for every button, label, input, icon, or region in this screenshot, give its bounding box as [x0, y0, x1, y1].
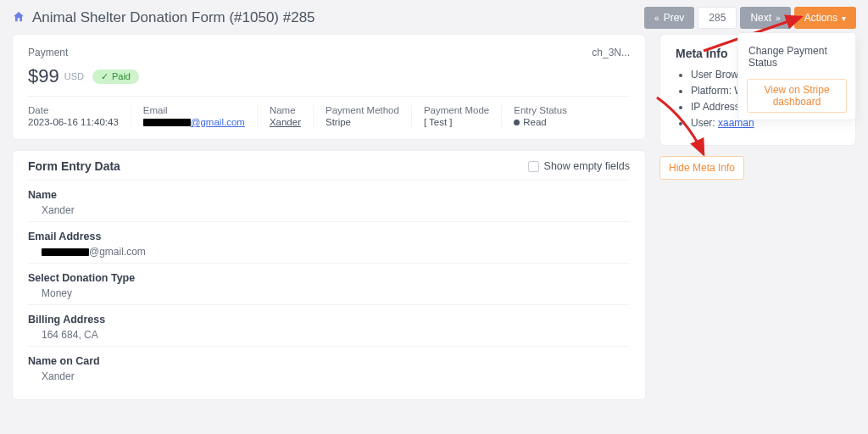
check-icon: ✓	[101, 71, 108, 82]
entry-value: 164 684, CA	[28, 329, 630, 341]
status-value: Read	[514, 117, 567, 127]
entry-label: Name	[28, 189, 630, 201]
entry-row: Select Donation Type Money	[28, 263, 630, 304]
method-label: Payment Method	[326, 105, 399, 115]
entry-email-suffix: @gmail.com	[89, 246, 146, 258]
entry-label: Name on Card	[28, 355, 630, 367]
redacted-text	[42, 248, 89, 256]
hide-meta-button[interactable]: Hide Meta Info	[659, 156, 744, 180]
show-empty-label: Show empty fields	[544, 160, 630, 172]
redacted-text	[143, 119, 191, 126]
method-value: Stripe	[326, 117, 399, 127]
entry-label: Select Donation Type	[28, 272, 630, 284]
show-empty-toggle[interactable]: Show empty fields	[528, 160, 630, 172]
mode-label: Payment Mode	[424, 105, 489, 115]
mode-value: [ Test ]	[424, 117, 489, 127]
actions-button[interactable]: Actions▾	[794, 7, 856, 29]
prev-label: Prev	[664, 12, 685, 24]
date-label: Date	[28, 105, 119, 115]
next-button[interactable]: Next»	[740, 7, 790, 29]
status-label: Entry Status	[514, 105, 567, 115]
date-value: 2023-06-16 11:40:43	[28, 117, 119, 127]
actions-dropdown: Change Payment Status View on Stripe das…	[737, 32, 856, 120]
payment-amount: $99	[28, 65, 59, 87]
payment-currency: USD	[64, 71, 84, 81]
entry-value: @gmail.com	[28, 246, 630, 258]
form-entry-card: Form Entry Data Show empty fields Name X…	[12, 150, 646, 400]
email-link[interactable]: @gmail.com	[191, 117, 245, 127]
entry-label: Email Address	[28, 231, 630, 242]
name-link[interactable]: Xander	[270, 117, 301, 127]
status-dot-icon	[514, 120, 520, 125]
chevron-down-icon: ▾	[842, 14, 846, 23]
chevron-right-icon: »	[776, 14, 781, 23]
entry-value: Xander	[28, 204, 630, 216]
payment-card: Payment ch_3N... $99 USD ✓Paid Date 2023…	[12, 34, 646, 140]
paid-label: Paid	[112, 71, 131, 81]
name-label: Name	[270, 105, 301, 115]
actions-label: Actions	[804, 12, 837, 24]
entry-row: Name Xander	[28, 180, 630, 221]
form-entry-title: Form Entry Data	[28, 159, 120, 173]
entry-value: Xander	[28, 370, 630, 382]
payment-summary: Date 2023-06-16 11:40:43 Email @gmail.co…	[28, 96, 630, 127]
view-stripe-item[interactable]: View on Stripe dashboard	[747, 79, 847, 113]
entry-row: Billing Address 164 684, CA	[28, 304, 630, 346]
charge-id: ch_3N...	[592, 47, 630, 58]
home-icon[interactable]	[12, 10, 25, 26]
page-number: 285	[698, 7, 737, 29]
top-bar: Animal Shelter Donation Form (#1050) #28…	[0, 0, 868, 34]
email-label: Email	[143, 105, 245, 115]
status-text: Read	[523, 117, 547, 127]
paid-badge: ✓Paid	[92, 70, 139, 84]
change-payment-status-item[interactable]: Change Payment Status	[747, 40, 847, 74]
entry-label: Billing Address	[28, 314, 630, 326]
entry-row: Name on Card Xander	[28, 346, 630, 387]
prev-button[interactable]: «Prev	[644, 7, 694, 29]
entry-value: Money	[28, 287, 630, 299]
payment-label: Payment	[28, 47, 68, 58]
email-value: @gmail.com	[143, 117, 245, 127]
meta-user-label: User:	[691, 117, 718, 129]
page-title: Animal Shelter Donation Form (#1050) #28…	[32, 9, 644, 26]
next-label: Next	[750, 12, 771, 24]
pager-actions: «Prev 285 Next» Actions▾	[644, 7, 856, 29]
entry-row: Email Address @gmail.com	[28, 221, 630, 263]
checkbox-icon[interactable]	[528, 161, 539, 172]
chevron-left-icon: «	[654, 14, 659, 23]
